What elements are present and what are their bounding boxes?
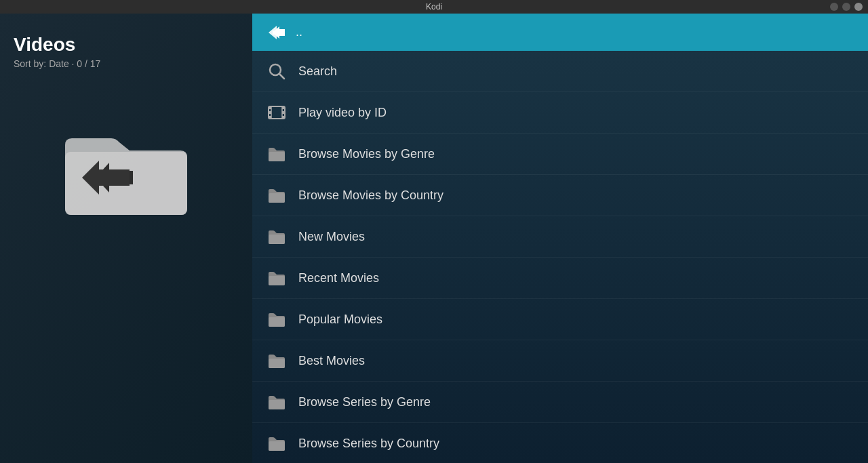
folder-icon-genre xyxy=(266,143,288,165)
menu-item-browse-series-country[interactable]: Browse Series by Country xyxy=(252,423,868,463)
film-icon xyxy=(266,102,288,123)
back-svg xyxy=(267,25,286,40)
menu-item-best-movies[interactable]: Best Movies xyxy=(252,340,868,382)
folder-icon-recent-movies xyxy=(266,267,288,289)
best-movies-label: Best Movies xyxy=(298,354,365,368)
svg-rect-18 xyxy=(269,152,285,161)
svg-rect-23 xyxy=(269,359,285,368)
menu-item-recent-movies[interactable]: Recent Movies xyxy=(252,258,868,299)
folder-icon-country xyxy=(266,184,288,206)
svg-rect-19 xyxy=(269,193,285,203)
folder-back-illustration xyxy=(58,110,194,218)
browse-series-country-label: Browse Series by Country xyxy=(298,437,439,451)
folder-icon-series-country xyxy=(266,432,288,454)
menu-item-popular-movies[interactable]: Popular Movies xyxy=(252,299,868,340)
menu-item-browse-series-genre[interactable]: Browse Series by Genre xyxy=(252,382,868,423)
search-label: Search xyxy=(298,64,337,79)
sort-info: Sort by: Date · 0 / 17 xyxy=(14,58,239,69)
new-movies-label: New Movies xyxy=(298,230,365,244)
large-folder-icon xyxy=(58,110,194,218)
window-controls xyxy=(830,3,863,11)
app-name: Kodi xyxy=(426,2,442,12)
svg-rect-25 xyxy=(269,441,285,451)
back-arrow-icon xyxy=(266,22,288,43)
menu-item-play-video[interactable]: Play video by ID xyxy=(252,92,868,134)
browse-country-label: Browse Movies by Country xyxy=(298,188,443,203)
svg-rect-21 xyxy=(269,276,285,285)
menu-panel: .. Search Play video by I xyxy=(252,14,868,463)
close-button[interactable] xyxy=(854,3,863,11)
left-panel: Videos Sort by: Date · 0 / 17 xyxy=(0,14,252,463)
popular-movies-label: Popular Movies xyxy=(298,313,382,327)
menu-item-browse-genre[interactable]: Browse Movies by Genre xyxy=(252,134,868,175)
minimize-button[interactable] xyxy=(830,3,838,11)
back-item[interactable]: .. xyxy=(252,14,868,51)
browse-genre-label: Browse Movies by Genre xyxy=(298,147,435,161)
back-label: .. xyxy=(296,25,302,39)
svg-marker-6 xyxy=(269,26,285,39)
menu-item-new-movies[interactable]: New Movies xyxy=(252,216,868,258)
svg-line-8 xyxy=(279,74,284,79)
svg-rect-20 xyxy=(269,235,285,244)
maximize-button[interactable] xyxy=(842,3,850,11)
title-bar: Kodi xyxy=(0,0,868,14)
folder-icon-series-genre xyxy=(266,391,288,413)
menu-item-search[interactable]: Search xyxy=(252,51,868,92)
folder-icon-new-movies xyxy=(266,226,288,247)
svg-rect-22 xyxy=(269,317,285,327)
menu-item-browse-country[interactable]: Browse Movies by Country xyxy=(252,175,868,216)
folder-icon-best-movies xyxy=(266,350,288,371)
play-video-label: Play video by ID xyxy=(298,106,387,120)
page-title: Videos xyxy=(14,34,239,56)
browse-series-genre-label: Browse Series by Genre xyxy=(298,395,431,409)
search-icon xyxy=(266,60,288,82)
svg-rect-24 xyxy=(269,400,285,409)
recent-movies-label: Recent Movies xyxy=(298,271,379,285)
folder-icon-popular-movies xyxy=(266,308,288,330)
